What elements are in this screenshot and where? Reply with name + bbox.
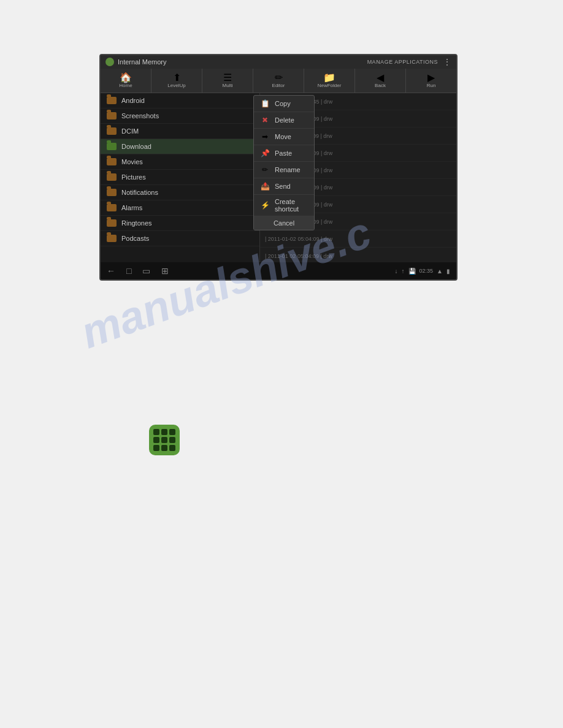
nav-right: ↓ ↑ 💾 02:35 ▲ ▮ [395, 268, 450, 275]
newfolder-label: NewFolder [318, 83, 342, 88]
toolbar-levelup[interactable]: ⬆ LevelUp [151, 69, 202, 93]
app-icon-small [105, 58, 114, 66]
title-bar: Internal Memory MANAGE APPLICATIONS ⋮ [101, 55, 456, 69]
nav-bar: ← □ ▭ ⊞ ↓ ↑ 💾 02:35 ▲ ▮ [101, 262, 456, 279]
folder-icon-dcim [107, 127, 117, 135]
run-label: Run [427, 83, 436, 88]
nav-left: ← □ ▭ ⊞ [107, 266, 169, 276]
copy-icon: 📋 [260, 99, 270, 108]
context-menu-create-shortcut[interactable]: ⚡ Create shortcut [254, 195, 314, 216]
nav-back-btn[interactable]: ← [107, 266, 115, 276]
file-item-dcim[interactable]: DCIM [101, 124, 259, 139]
delete-label: Delete [275, 116, 294, 124]
wifi-icon: ▲ [437, 268, 443, 275]
file-item-ringtones[interactable]: Ringtones [101, 216, 259, 231]
home-label: Home [119, 83, 132, 88]
toolbar-newfolder[interactable]: 📁 NewFolder [304, 69, 355, 93]
file-item-alarms[interactable]: Alarms [101, 200, 259, 216]
nav-recents-btn[interactable]: ▭ [142, 266, 150, 276]
move-label: Move [275, 133, 291, 140]
folder-icon-pictures [107, 173, 117, 181]
create-shortcut-label: Create shortcut [275, 198, 308, 213]
file-name-ringtones: Ringtones [121, 219, 152, 227]
toolbar-multi[interactable]: ☰ Multi [202, 69, 253, 93]
nav-home-btn[interactable]: □ [126, 266, 131, 276]
app-title: Internal Memory [118, 58, 166, 66]
levelup-icon: ⬆ [171, 73, 182, 82]
file-list: Android Screenshots DCIM Download Movies… [101, 93, 260, 266]
file-name-dcim: DCIM [121, 127, 139, 135]
shortcut-icon: ⚡ [260, 200, 270, 210]
file-name-android: Android [121, 97, 145, 104]
folder-icon-podcasts [107, 235, 117, 242]
context-menu-send[interactable]: 📤 Send [254, 178, 314, 195]
context-menu-cancel[interactable]: Cancel [254, 216, 314, 230]
toolbar-run[interactable]: ▶ Run [406, 69, 456, 93]
toolbar-editor[interactable]: ✏ Editor [253, 69, 304, 93]
app-icon-grid [153, 429, 175, 451]
file-name-download: Download [121, 143, 151, 150]
overflow-menu-icon[interactable]: ⋮ [443, 57, 451, 67]
folder-icon-screenshots [107, 112, 117, 119]
file-item-screenshots[interactable]: Screenshots [101, 108, 259, 124]
file-name-screenshots: Screenshots [121, 112, 159, 119]
upload-status-icon: ↑ [402, 268, 405, 275]
folder-icon-alarms [107, 204, 117, 211]
battery-icon: ▮ [446, 268, 450, 275]
levelup-label: LevelUp [167, 83, 185, 88]
file-item-download[interactable]: Download [101, 139, 259, 154]
folder-icon-movies [107, 158, 117, 165]
file-name-movies: Movies [121, 158, 143, 165]
rename-icon: ✏ [260, 165, 270, 175]
context-menu-move[interactable]: ➡ Move [254, 129, 314, 145]
paste-label: Paste [275, 150, 292, 157]
system-time: 02:35 [419, 268, 434, 274]
editor-icon: ✏ [273, 73, 284, 82]
back-icon: ◀ [375, 73, 386, 82]
manage-apps-label[interactable]: MANAGE APPLICATIONS [367, 59, 438, 65]
back-label: Back [375, 83, 386, 88]
context-menu-copy[interactable]: 📋 Copy [254, 96, 314, 112]
move-icon: ➡ [260, 132, 270, 142]
folder-icon-notifications [107, 189, 117, 196]
multi-label: Multi [223, 83, 233, 88]
multi-icon: ☰ [222, 73, 233, 82]
file-item-android[interactable]: Android [101, 93, 259, 108]
send-label: Send [275, 183, 291, 190]
context-menu-paste[interactable]: 📌 Paste [254, 145, 314, 162]
nav-screenshot-btn[interactable]: ⊞ [161, 266, 169, 276]
folder-icon-android [107, 97, 117, 104]
file-name-notifications: Notifications [121, 189, 158, 196]
newfolder-icon: 📁 [324, 73, 335, 82]
delete-icon: ✖ [260, 115, 270, 125]
cancel-label: Cancel [274, 219, 294, 227]
send-icon: 📤 [260, 181, 270, 191]
file-item-pictures[interactable]: Pictures [101, 170, 259, 185]
file-item-movies[interactable]: Movies [101, 154, 259, 170]
date-text-8: | 2011-01-02 05:04:09 | drw [265, 236, 332, 242]
toolbar-back[interactable]: ◀ Back [355, 69, 406, 93]
file-name-alarms: Alarms [121, 204, 142, 211]
home-icon: 🏠 [120, 73, 131, 82]
file-item-podcasts[interactable]: Podcasts [101, 231, 259, 246]
folder-icon-ringtones [107, 219, 117, 227]
context-menu-delete[interactable]: ✖ Delete [254, 112, 314, 129]
toolbar-home[interactable]: 🏠 Home [101, 69, 151, 93]
app-grid-icon[interactable] [149, 425, 180, 455]
editor-label: Editor [272, 83, 285, 88]
file-name-pictures: Pictures [121, 173, 146, 181]
file-name-podcasts: Podcasts [121, 235, 149, 242]
date-text-9: | 2011-01 02 05:04:09 | drw [265, 253, 332, 259]
context-menu-rename[interactable]: ✏ Rename [254, 162, 314, 178]
copy-label: Copy [275, 100, 291, 107]
rename-label: Rename [275, 166, 301, 173]
title-bar-left: Internal Memory [105, 58, 166, 66]
file-item-notifications[interactable]: Notifications [101, 185, 259, 200]
folder-icon-download [107, 143, 117, 150]
storage-icon: 💾 [408, 268, 416, 275]
context-menu: 📋 Copy ✖ Delete ➡ Move 📌 Paste ✏ Rename … [253, 95, 315, 230]
title-bar-right: MANAGE APPLICATIONS ⋮ [367, 57, 451, 67]
toolbar: 🏠 Home ⬆ LevelUp ☰ Multi ✏ Editor 📁 NewF… [101, 69, 456, 93]
run-icon: ▶ [426, 73, 437, 82]
paste-icon: 📌 [260, 148, 270, 158]
